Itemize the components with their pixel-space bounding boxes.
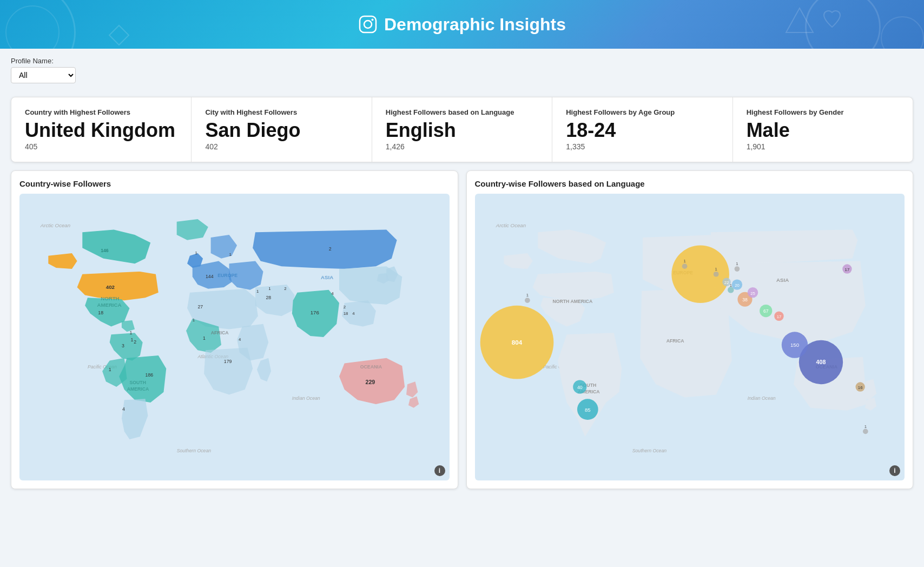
kpi-age-value: 18-24	[566, 121, 718, 140]
svg-rect-2	[360, 16, 376, 32]
map-panel-language: Country-wise Followers based on Language…	[466, 170, 914, 489]
kpi-language-label: Highest Followers based on Language	[386, 108, 538, 116]
svg-text:16: 16	[857, 385, 862, 390]
map1-title: Country-wise Followers	[19, 179, 450, 188]
svg-text:2: 2	[329, 246, 332, 252]
svg-text:Arctic Ocean: Arctic Ocean	[495, 222, 525, 228]
svg-text:1: 1	[715, 267, 717, 272]
svg-text:1: 1	[229, 252, 232, 257]
decorative-heart	[821, 8, 843, 30]
svg-text:1: 1	[729, 283, 731, 288]
svg-text:Arctic Ocean: Arctic Ocean	[40, 222, 70, 228]
svg-text:OCEANIA: OCEANIA	[360, 364, 382, 370]
kpi-city: City with Highest Followers San Diego 40…	[192, 97, 372, 162]
svg-text:1: 1	[683, 259, 685, 263]
decorative-diamond	[108, 24, 130, 46]
svg-text:2: 2	[134, 339, 136, 345]
kpi-language-sub: 1,426	[386, 142, 538, 151]
kpi-age-sub: 1,335	[566, 142, 718, 151]
profile-label: Profile Name:	[11, 57, 913, 65]
svg-text:4: 4	[122, 406, 125, 412]
svg-text:1: 1	[130, 337, 133, 342]
svg-text:Southern Ocean: Southern Ocean	[632, 448, 666, 453]
svg-text:28: 28	[266, 295, 271, 300]
svg-text:22: 22	[724, 280, 729, 285]
svg-text:25: 25	[750, 291, 755, 296]
svg-point-4	[371, 19, 373, 21]
svg-text:2: 2	[284, 286, 286, 291]
kpi-row: Country with Highest Followers United Ki…	[11, 97, 913, 162]
svg-point-96	[862, 429, 868, 434]
svg-text:176: 176	[311, 309, 319, 315]
svg-text:AFRICA: AFRICA	[666, 338, 684, 344]
svg-text:4: 4	[331, 291, 334, 296]
svg-text:144: 144	[206, 274, 214, 279]
svg-text:85: 85	[584, 407, 590, 413]
svg-text:27: 27	[197, 304, 203, 309]
kpi-age: Highest Followers by Age Group 18-24 1,3…	[552, 97, 732, 162]
svg-text:SOUTH: SOUTH	[129, 380, 146, 385]
svg-text:17: 17	[844, 267, 849, 272]
decorative-shape	[783, 5, 816, 38]
svg-text:1: 1	[129, 330, 132, 335]
svg-point-94	[734, 266, 740, 272]
map1-container: Arctic Ocean Pacific Ocean Atlantic Ocea…	[19, 194, 450, 480]
svg-text:2: 2	[344, 305, 346, 309]
kpi-gender-label: Highest Followers by Gender	[747, 108, 899, 116]
svg-point-92	[713, 272, 718, 277]
header-title: Demographic Insights	[358, 15, 566, 35]
kpi-gender-sub: 1,901	[747, 142, 899, 151]
svg-text:AMERICA: AMERICA	[97, 302, 121, 308]
map2-svg: Arctic Ocean Pacific Ocean Atlantic Ocea…	[475, 194, 905, 480]
svg-text:1: 1	[203, 335, 206, 341]
svg-text:NORTH: NORTH	[101, 295, 119, 301]
svg-text:67: 67	[763, 308, 768, 314]
svg-text:18: 18	[344, 311, 348, 316]
kpi-language: Highest Followers based on Language Engl…	[372, 97, 552, 162]
profile-section: Profile Name: All	[0, 49, 924, 89]
svg-text:1: 1	[256, 289, 259, 294]
svg-text:229: 229	[365, 379, 375, 385]
map1-svg: Arctic Ocean Pacific Ocean Atlantic Ocea…	[19, 194, 450, 480]
svg-text:18: 18	[98, 310, 103, 315]
kpi-city-label: City with Highest Followers	[205, 108, 358, 116]
svg-text:Indian Ocean: Indian Ocean	[292, 395, 320, 401]
svg-text:179: 179	[224, 359, 232, 364]
svg-text:Indian Ocean: Indian Ocean	[747, 395, 775, 401]
kpi-city-sub: 402	[205, 142, 358, 151]
svg-text:1: 1	[109, 367, 111, 372]
kpi-city-value: San Diego	[205, 121, 358, 140]
svg-text:1: 1	[864, 424, 866, 429]
svg-text:40: 40	[577, 385, 582, 390]
svg-point-3	[364, 21, 372, 28]
svg-marker-0	[786, 8, 813, 32]
kpi-country-value: United Kingdom	[25, 121, 177, 140]
kpi-gender-value: Male	[747, 121, 899, 140]
page-header: Demographic Insights	[0, 0, 924, 49]
svg-text:408: 408	[816, 359, 826, 365]
svg-point-63	[671, 245, 729, 303]
maps-row: Country-wise Followers Arctic Ocean Paci…	[11, 170, 913, 489]
map1-info-button[interactable]: i	[434, 465, 445, 476]
svg-text:20: 20	[735, 283, 740, 288]
svg-text:ASIA: ASIA	[776, 277, 789, 283]
map2-container: Arctic Ocean Pacific Ocean Atlantic Ocea…	[475, 194, 905, 480]
map2-info-button[interactable]: i	[889, 465, 900, 476]
map-panel-country: Country-wise Followers Arctic Ocean Paci…	[11, 170, 458, 489]
svg-text:186: 186	[146, 372, 154, 378]
svg-text:AFRICA: AFRICA	[211, 330, 229, 335]
svg-point-88	[525, 298, 530, 303]
svg-text:NORTH AMERICA: NORTH AMERICA	[552, 299, 592, 304]
svg-text:146: 146	[101, 248, 109, 253]
svg-text:1: 1	[526, 293, 528, 298]
svg-text:150: 150	[790, 342, 798, 348]
profile-select[interactable]: All	[11, 67, 76, 83]
svg-text:ASIA: ASIA	[321, 274, 333, 280]
svg-text:3: 3	[122, 343, 124, 348]
kpi-country: Country with Highest Followers United Ki…	[11, 97, 192, 162]
svg-text:38: 38	[742, 297, 748, 302]
svg-marker-1	[109, 25, 129, 45]
svg-point-90	[682, 263, 687, 269]
kpi-country-label: Country with Highest Followers	[25, 108, 177, 116]
svg-text:1: 1	[736, 261, 738, 266]
